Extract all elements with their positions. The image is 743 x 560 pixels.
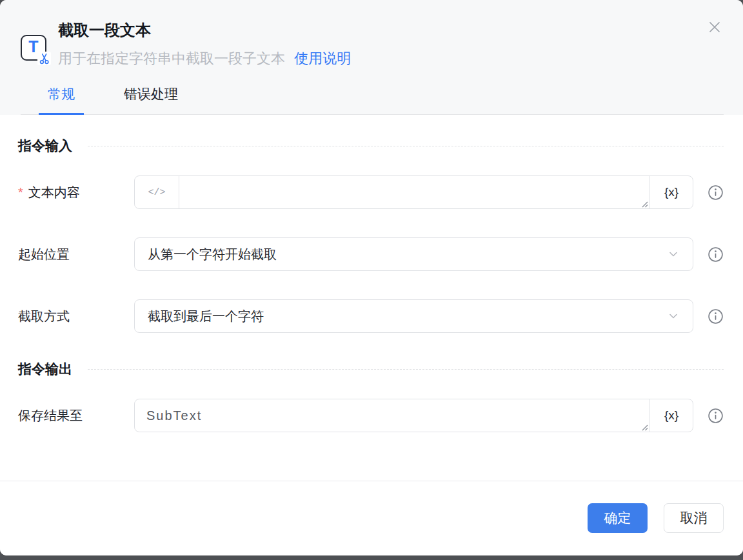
form-row-start-position: 起始位置 从第一个字符开始截取 xyxy=(18,237,724,271)
dialog-title: 截取一段文本 xyxy=(58,19,351,41)
required-marker: * xyxy=(18,185,23,200)
variable-button[interactable]: {x} xyxy=(649,176,693,208)
save-result-input[interactable]: SubText xyxy=(135,399,649,432)
chevron-down-icon xyxy=(667,310,680,323)
tab-bar: 常规 错误处理 xyxy=(21,85,724,115)
dialog-body: 指令输入 * 文本内容 </> {x} xyxy=(0,115,743,481)
info-icon[interactable] xyxy=(707,246,724,263)
help-link[interactable]: 使用说明 xyxy=(294,50,351,66)
form-row-cut-method: 截取方式 截取到最后一个字符 xyxy=(18,299,724,333)
dialog-header: T 截取一段文本 用于在指定字符串中截取一段子文本 使用说明 xyxy=(0,0,743,115)
form-row-text-content: * 文本内容 </> {x} xyxy=(18,175,724,209)
field-label-cut-method: 截取方式 xyxy=(18,308,134,325)
text-content-input[interactable] xyxy=(179,176,649,208)
cut-method-value: 截取到最后一个字符 xyxy=(148,308,667,325)
chevron-down-icon xyxy=(667,248,680,261)
save-result-input-group: SubText {x} xyxy=(134,399,693,432)
section-title-output: 指令输出 xyxy=(18,360,72,378)
start-position-select[interactable]: 从第一个字符开始截取 xyxy=(134,237,693,271)
field-label-text: 文本内容 xyxy=(28,184,80,201)
info-icon[interactable] xyxy=(707,408,724,424)
info-icon[interactable] xyxy=(707,185,724,201)
instruction-dialog: T 截取一段文本 用于在指定字符串中截取一段子文本 使用说明 xyxy=(0,0,743,555)
cancel-button[interactable]: 取消 xyxy=(664,503,724,533)
field-label-text-content: * 文本内容 xyxy=(18,184,134,201)
tab-general[interactable]: 常规 xyxy=(39,85,84,115)
text-cut-icon: T xyxy=(21,35,46,61)
field-label-start-position: 起始位置 xyxy=(18,246,134,263)
start-position-value: 从第一个字符开始截取 xyxy=(148,246,667,263)
resize-handle[interactable] xyxy=(640,199,648,208)
code-icon[interactable]: </> xyxy=(135,176,179,208)
scissors-icon xyxy=(37,52,51,65)
variable-button[interactable]: {x} xyxy=(649,399,693,432)
section-divider xyxy=(88,369,724,370)
cut-method-select[interactable]: 截取到最后一个字符 xyxy=(134,299,693,333)
text-content-input-group: </> {x} xyxy=(134,175,693,209)
confirm-button[interactable]: 确定 xyxy=(588,503,648,533)
section-title-input: 指令输入 xyxy=(18,137,72,155)
dialog-footer: 确定 取消 xyxy=(0,481,743,555)
dialog-description: 用于在指定字符串中截取一段子文本 xyxy=(58,50,285,66)
resize-handle[interactable] xyxy=(640,423,648,431)
close-icon[interactable] xyxy=(704,17,725,37)
info-icon[interactable] xyxy=(707,308,724,325)
tab-error-handling[interactable]: 错误处理 xyxy=(115,85,187,115)
section-divider xyxy=(88,146,724,146)
field-label-save-result: 保存结果至 xyxy=(18,407,134,425)
form-row-save-result: 保存结果至 SubText {x} xyxy=(18,399,724,432)
